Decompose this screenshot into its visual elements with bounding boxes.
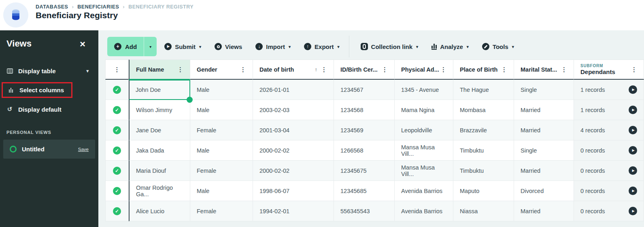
kebab-icon[interactable]: ⋮ <box>114 66 120 73</box>
cell-gender[interactable]: Male <box>190 100 253 120</box>
cell-dob[interactable]: 2026-01-01 <box>253 80 334 100</box>
breadcrumb-beneficiaries[interactable]: BENEFICIARIES <box>77 4 119 10</box>
cell-dob[interactable]: 2003-02-03 <box>253 100 334 120</box>
row-status-cell[interactable]: ✓ <box>105 201 129 221</box>
sidebar-item-select-columns[interactable]: Select columns <box>6 87 92 93</box>
column-header-dependants[interactable]: SUBFORM Dependants ⋮ <box>574 59 644 80</box>
cell-gender[interactable]: Male <box>190 181 253 201</box>
row-status-cell[interactable]: ✓ <box>105 80 129 100</box>
cell-dependants[interactable]: 1 records▶ <box>574 100 644 120</box>
cell-gender[interactable]: Male <box>190 80 253 100</box>
column-header-place-of-birth[interactable]: Place of Birth ⋮ <box>453 59 514 80</box>
save-link[interactable]: Save <box>78 147 89 152</box>
cell-dob[interactable]: 2000-02-02 <box>253 140 334 161</box>
row-status-cell[interactable]: ✓ <box>105 120 129 140</box>
column-menu-icon[interactable]: ⋮ <box>382 66 388 73</box>
cell-place[interactable]: Brazzavile <box>453 120 514 140</box>
breadcrumb-databases[interactable]: DATABASES <box>36 4 68 10</box>
cell-full-name[interactable]: Jaka Dada <box>129 140 190 161</box>
cell-id-cert[interactable]: 556345543 <box>334 201 395 221</box>
cell-dob[interactable]: 2001-03-04 <box>253 120 334 140</box>
submit-button[interactable]: ▶ Submit ▾ <box>159 43 207 50</box>
expand-subform-icon[interactable]: ▶ <box>629 166 637 175</box>
cell-full-name[interactable]: Alice Lucio <box>129 201 190 221</box>
cell-address[interactable]: Mansa Musa Vill... <box>395 140 453 161</box>
cell-full-name-selected[interactable]: John Doe <box>129 80 190 100</box>
analyze-button[interactable]: Analyze ▾ <box>426 43 474 50</box>
column-header-marital-status[interactable]: Marital Stat... ⋮ <box>514 59 574 80</box>
column-header-id-birth-cert[interactable]: ID/Birth Cer... ⋮ <box>334 59 395 80</box>
row-status-cell[interactable]: ✓ <box>105 161 129 181</box>
cell-place[interactable]: Niassa <box>453 201 514 221</box>
cell-gender[interactable]: Female <box>190 120 253 140</box>
cell-dependants[interactable]: 1 records▶ <box>574 80 644 100</box>
cell-dependants[interactable]: 0 records▶ <box>574 140 644 161</box>
column-menu-icon[interactable]: ⋮ <box>177 66 183 73</box>
column-menu-icon[interactable]: ⋮ <box>631 66 637 73</box>
cell-marital[interactable]: Married <box>514 161 574 181</box>
cell-gender[interactable]: Female <box>190 161 253 181</box>
row-status-cell[interactable]: ✓ <box>105 100 129 120</box>
cell-id-cert[interactable]: 1234567 <box>334 80 395 100</box>
row-status-cell[interactable]: ✓ <box>105 140 129 161</box>
cell-marital[interactable]: Single <box>514 140 574 161</box>
cell-dependants[interactable]: 4 records▶ <box>574 120 644 140</box>
cell-gender[interactable]: Male <box>190 140 253 161</box>
cell-place[interactable]: Timbuktu <box>453 140 514 161</box>
cell-marital[interactable]: Married <box>514 100 574 120</box>
cell-dob[interactable]: 1994-02-01 <box>253 201 334 221</box>
cell-id-cert[interactable]: 1266568 <box>334 140 395 161</box>
cell-full-name[interactable]: Jane Doe <box>129 120 190 140</box>
add-button-main[interactable]: + Add <box>107 37 144 56</box>
row-status-cell[interactable]: ✓ <box>105 181 129 201</box>
cell-marital[interactable]: Married <box>514 201 574 221</box>
column-menu-icon[interactable]: ⋮ <box>501 66 507 73</box>
cell-id-cert[interactable]: 12345675 <box>334 161 395 181</box>
add-dropdown-caret[interactable]: ▾ <box>144 37 157 56</box>
cell-full-name[interactable]: Wilson Jimmy <box>129 100 190 120</box>
cell-id-cert[interactable]: 1234568 <box>334 100 395 120</box>
expand-subform-icon[interactable]: ▶ <box>629 85 637 94</box>
expand-subform-icon[interactable]: ▶ <box>629 126 637 134</box>
export-button[interactable]: ↑ Export ▾ <box>298 43 345 50</box>
cell-full-name[interactable]: Maria Diouf <box>129 161 190 181</box>
cell-address[interactable]: Avenida Barrios <box>395 201 453 221</box>
column-header-full-name[interactable]: Full Name ⋮ <box>129 59 190 80</box>
cell-address[interactable]: 1345 - Avenue <box>395 80 453 100</box>
cell-gender[interactable]: Female <box>190 201 253 221</box>
cell-dependants[interactable]: 0 records▶ <box>574 181 644 201</box>
expand-subform-icon[interactable]: ▶ <box>629 146 637 155</box>
column-menu-icon[interactable]: ⋮ <box>440 66 446 73</box>
expand-subform-icon[interactable]: ▶ <box>629 106 637 114</box>
cell-place[interactable]: The Hague <box>453 80 514 100</box>
column-menu-icon[interactable]: ⋮ <box>240 66 246 73</box>
import-button[interactable]: ↓ Import ▾ <box>250 43 296 50</box>
cell-dob[interactable]: 2000-02-02 <box>253 161 334 181</box>
column-header-date-of-birth[interactable]: Date of birth ↑ ⋮ <box>253 59 334 80</box>
cell-marital[interactable]: Divorced <box>514 181 574 201</box>
column-header-gender[interactable]: Gender ⋮ <box>190 59 253 80</box>
add-button[interactable]: + Add ▾ <box>107 37 157 56</box>
cell-id-cert[interactable]: 1234569 <box>334 120 395 140</box>
expand-subform-icon[interactable]: ▶ <box>629 187 637 195</box>
sidebar-item-display-table[interactable]: Display table ▾ <box>6 68 92 74</box>
cell-dependants[interactable]: 0 records▶ <box>574 161 644 181</box>
cell-address[interactable]: Mansa Musa Vill... <box>395 161 453 181</box>
close-icon[interactable]: × <box>80 39 85 49</box>
personal-view-untitled[interactable]: Untitled Save <box>3 140 95 159</box>
sidebar-item-display-default[interactable]: ↺ Display default <box>6 106 92 113</box>
cell-place[interactable]: Timbuktu <box>453 161 514 181</box>
cell-address[interactable]: Avenida Barrios <box>395 181 453 201</box>
tools-button[interactable]: Tools ▾ <box>476 43 520 50</box>
cell-address[interactable]: Leopoldville <box>395 120 453 140</box>
column-menu-icon[interactable]: ⋮ <box>321 66 327 73</box>
cell-marital[interactable]: Married <box>514 120 574 140</box>
sort-asc-icon[interactable]: ↑ <box>315 66 318 72</box>
row-menu-header[interactable]: ⋮ <box>105 59 129 80</box>
column-header-physical-address[interactable]: Physical Ad... ⋮ <box>395 59 453 80</box>
expand-subform-icon[interactable]: ▶ <box>629 207 637 215</box>
views-button[interactable]: Views <box>209 43 248 50</box>
cell-dob[interactable]: 1998-06-07 <box>253 181 334 201</box>
cell-id-cert[interactable]: 12345685 <box>334 181 395 201</box>
cell-dependants[interactable]: 0 records▶ <box>574 201 644 221</box>
